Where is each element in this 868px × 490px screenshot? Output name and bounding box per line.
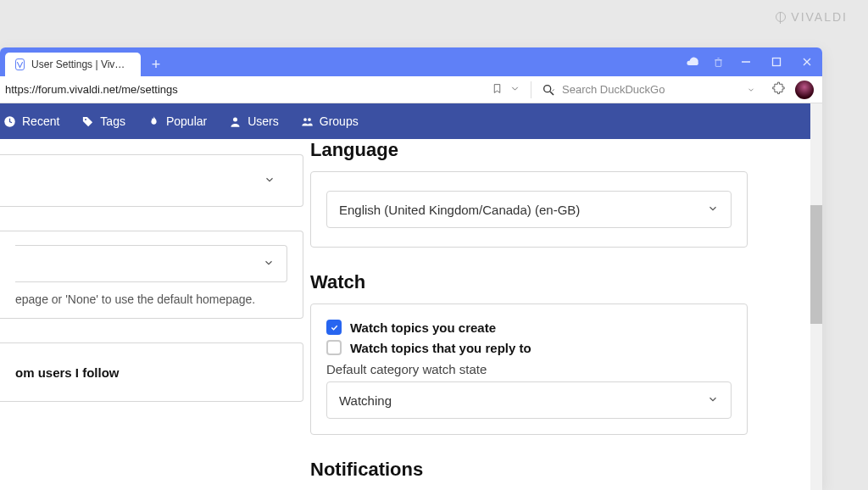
language-panel: English (United Kingdom/Canada) (en-GB)	[310, 171, 748, 248]
search-container	[535, 82, 762, 97]
maximize-button[interactable]	[761, 47, 792, 76]
address-bar-row	[0, 76, 822, 103]
chevron-down-icon	[263, 257, 275, 271]
toolbar-end	[765, 81, 814, 99]
svg-point-5	[544, 85, 551, 92]
language-value: English (United Kingdom/Canada) (en-GB)	[339, 203, 580, 217]
left-select-1[interactable]	[252, 162, 287, 199]
vivaldi-favicon	[15, 58, 25, 70]
homepage-hint: epage or 'None' to use the default homep…	[15, 292, 287, 306]
bookmark-controls	[485, 82, 527, 97]
vivaldi-watermark: VIVALDI	[776, 10, 848, 24]
nav-popular[interactable]: Popular	[147, 114, 207, 128]
svg-line-7	[553, 89, 554, 91]
left-panel-2: epage or 'None' to use the default homep…	[0, 231, 303, 319]
search-input[interactable]	[562, 83, 740, 96]
close-button[interactable]	[792, 47, 822, 76]
window-controls	[680, 47, 822, 76]
left-panel-3: om users I follow	[0, 342, 303, 402]
profile-avatar[interactable]	[795, 81, 814, 99]
trash-icon[interactable]	[705, 47, 731, 76]
nav-users[interactable]: Users	[229, 114, 279, 128]
url-input[interactable]	[5, 83, 481, 96]
svg-point-10	[233, 117, 237, 121]
watch-default-value: Watching	[339, 393, 392, 408]
left-panel-1	[0, 154, 303, 207]
watch-reply-checkbox[interactable]	[326, 340, 342, 355]
fire-icon	[147, 115, 160, 128]
right-column: Language English (United Kingdom/Canada)…	[303, 139, 761, 490]
chevron-down-icon	[707, 393, 719, 408]
watch-create-label: Watch topics you create	[350, 320, 496, 335]
titlebar: User Settings | Vivaldi Forum +	[0, 47, 822, 76]
user-icon	[229, 115, 242, 128]
nav-groups[interactable]: Groups	[301, 114, 359, 128]
nav-tags[interactable]: Tags	[81, 114, 125, 128]
clock-icon	[3, 115, 16, 128]
language-heading: Language	[310, 139, 748, 161]
users-icon	[301, 115, 314, 128]
follow-label: om users I follow	[15, 365, 120, 380]
browser-window: User Settings | Vivaldi Forum +	[0, 47, 822, 490]
svg-line-6	[550, 92, 554, 95]
svg-rect-2	[773, 58, 781, 66]
search-dropdown-icon[interactable]	[747, 82, 755, 97]
active-tab[interactable]: User Settings | Vivaldi Forum	[5, 53, 141, 76]
chevron-down-icon	[264, 174, 275, 188]
svg-rect-0	[715, 59, 721, 66]
new-tab-button[interactable]: +	[144, 53, 168, 76]
watch-create-checkbox[interactable]	[326, 320, 342, 335]
url-input-container[interactable]	[5, 80, 481, 100]
watch-reply-row: Watch topics that you reply to	[326, 340, 732, 355]
language-select[interactable]: English (United Kingdom/Canada) (en-GB)	[326, 191, 732, 228]
search-engine-icon[interactable]	[542, 83, 555, 97]
sync-cloud-icon[interactable]	[680, 47, 705, 76]
settings-body: epage or 'None' to use the default homep…	[0, 139, 822, 490]
bookmark-dropdown-icon[interactable]	[509, 82, 520, 97]
svg-point-11	[303, 118, 307, 121]
left-column: epage or 'None' to use the default homep…	[0, 139, 303, 490]
nav-recent[interactable]: Recent	[3, 114, 59, 128]
watch-default-label: Default category watch state	[326, 362, 732, 376]
homepage-select[interactable]	[15, 245, 287, 282]
watch-panel: Watch topics you create Watch topics tha…	[310, 303, 748, 435]
forum-nav: Recent Tags Popular Users Groups	[0, 103, 822, 139]
svg-point-12	[308, 118, 311, 121]
scrollbar-thumb[interactable]	[810, 205, 822, 324]
watch-default-select[interactable]: Watching	[326, 381, 732, 419]
watch-heading: Watch	[310, 271, 748, 293]
content-viewport: Recent Tags Popular Users Groups	[0, 103, 822, 490]
tag-icon	[81, 115, 94, 128]
tab-title: User Settings | Vivaldi Forum	[31, 58, 131, 70]
svg-point-9	[85, 119, 86, 120]
chevron-down-icon	[707, 203, 719, 217]
minimize-button[interactable]	[731, 47, 761, 76]
bookmark-icon[interactable]	[492, 82, 503, 97]
watch-create-row: Watch topics you create	[326, 320, 732, 335]
watch-reply-label: Watch topics that you reply to	[350, 341, 531, 355]
extensions-icon[interactable]	[772, 81, 787, 98]
notifications-heading: Notifications	[310, 459, 748, 481]
separator	[531, 81, 531, 98]
